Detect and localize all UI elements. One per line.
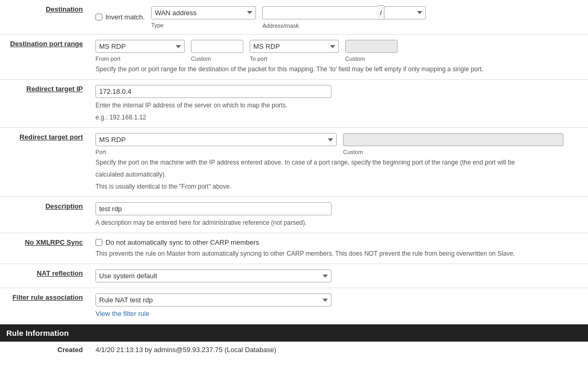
- redirect-target-port-label: Redirect target port: [0, 128, 89, 197]
- destination-port-help: Specify the port or port range for the d…: [95, 64, 582, 74]
- no-xmlrpc-sync-checkbox-label: Do not automatically sync to other CARP …: [105, 238, 259, 246]
- redirect-ip-help1: Enter the internal IP address of the ser…: [95, 101, 582, 110]
- redirect-port-select[interactable]: MS RDPanyCustom: [95, 133, 337, 146]
- redirect-target-ip-input[interactable]: [95, 85, 332, 98]
- filter-rule-association-content: Rule NAT test rdp None Add associated fi…: [89, 288, 588, 323]
- no-xmlrpc-sync-content: Do not automatically sync to other CARP …: [89, 233, 588, 264]
- from-port-select[interactable]: MS RDPanyCustom: [95, 40, 185, 53]
- redirect-target-ip-content: Enter the internal IP address of the ser…: [89, 80, 588, 128]
- filter-rule-association-select[interactable]: Rule NAT test rdp None Add associated fi…: [95, 293, 332, 307]
- invert-match-label: Invert match.: [105, 13, 145, 21]
- to-port-custom-label: Custom: [345, 56, 398, 62]
- description-content: A description may be entered here for ad…: [89, 197, 588, 233]
- created-label: Created: [0, 342, 89, 358]
- redirect-port-help1: Specify the port on the machine with the…: [95, 158, 582, 167]
- redirect-target-port-content: MS RDPanyCustom Port Custom Specify the …: [89, 128, 588, 197]
- invert-match-checkbox[interactable]: [95, 14, 102, 20]
- redirect-port-label: Port: [95, 149, 337, 155]
- nat-reflection-content: Use system default Enable Disable: [89, 264, 588, 288]
- address-mask-label: Address/mask: [262, 23, 426, 29]
- description-label: Description: [0, 197, 89, 233]
- view-filter-rule-link[interactable]: View the filter rule: [95, 310, 149, 318]
- destination-port-range-label: Destination port range: [0, 35, 89, 80]
- description-help: A description may be entered here for ad…: [95, 218, 582, 227]
- filter-rule-association-label: Filter rule association: [0, 288, 89, 323]
- no-xmlrpc-sync-checkbox[interactable]: [95, 239, 102, 246]
- destination-type-label: Type: [151, 22, 256, 28]
- no-xmlrpc-sync-label: No XMLRPC Sync: [0, 233, 89, 264]
- mask-select[interactable]: 8162432: [384, 6, 426, 19]
- address-mask-group: / 8162432: [262, 5, 426, 20]
- to-port-label: To port: [250, 56, 339, 62]
- description-input[interactable]: [95, 202, 332, 215]
- mask-separator: /: [378, 5, 384, 20]
- redirect-port-custom-input[interactable]: [343, 133, 563, 146]
- destination-port-range-content: MS RDPanyCustom From port Custom MS RDPa…: [89, 35, 588, 80]
- destination-content: Invert match. WAN address any LAN addres…: [89, 0, 588, 35]
- address-input[interactable]: [262, 6, 378, 19]
- from-port-custom-label: Custom: [191, 56, 243, 62]
- from-port-custom-input[interactable]: [191, 40, 243, 53]
- destination-type-select[interactable]: WAN address any LAN address LAN net: [151, 6, 256, 19]
- redirect-port-help3: This is usually identical to the "From p…: [95, 182, 582, 191]
- destination-label: Destination: [0, 0, 89, 35]
- rule-information-header: Rule Information: [0, 324, 588, 342]
- redirect-port-custom-label: Custom: [343, 149, 563, 155]
- from-port-label: From port: [95, 56, 185, 62]
- nat-reflection-select[interactable]: Use system default Enable Disable: [95, 269, 332, 282]
- nat-reflection-label: NAT reflection: [0, 264, 89, 288]
- redirect-port-help2: calculated automatically).: [95, 170, 582, 179]
- redirect-ip-help2: e.g.: 192.168.1.12: [95, 113, 582, 122]
- to-port-custom-input[interactable]: [345, 40, 398, 53]
- no-xmlrpc-sync-help: This prevents the rule on Master from au…: [95, 249, 582, 258]
- created-value: 4/1/20 21:13:13 by admins@59.93.237.75 (…: [89, 342, 588, 358]
- to-port-select[interactable]: MS RDPanyCustom: [250, 40, 339, 53]
- redirect-target-ip-label: Redirect target IP: [0, 80, 89, 128]
